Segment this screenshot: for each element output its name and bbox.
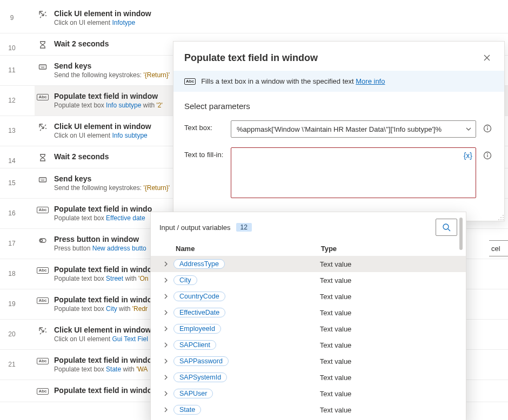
svg-point-7: [487, 153, 488, 154]
variable-row[interactable]: EmployeeId Text value: [151, 321, 466, 337]
variable-row[interactable]: State Text value: [151, 402, 466, 418]
svg-point-12: [500, 219, 502, 220]
variable-type: Text value: [320, 357, 453, 365]
step-title: Populate text field in window: [54, 91, 163, 101]
select-parameters-heading: Select parameters: [184, 101, 493, 111]
variable-row[interactable]: SAPUser Text value: [151, 385, 466, 402]
step-number: 14: [0, 146, 24, 168]
step-description: Send the following keystrokes: '{Return}…: [54, 184, 170, 193]
flow-step[interactable]: 9 Click UI element in window Click on UI…: [0, 3, 508, 33]
chevron-right-icon: [158, 294, 173, 299]
variable-type: Text value: [320, 406, 453, 414]
resize-grip-icon[interactable]: [498, 214, 504, 221]
variable-row[interactable]: EffectiveDate Text value: [151, 304, 466, 321]
step-number: 9: [0, 3, 24, 33]
variable-type: Text value: [320, 260, 453, 268]
step-description: Populate text box Info subtype with '2': [54, 101, 163, 110]
step-icon: [38, 235, 48, 245]
step-title: Click UI element in window: [54, 325, 151, 335]
variable-row[interactable]: City Text value: [151, 272, 466, 288]
info-icon[interactable]: [482, 150, 493, 161]
textbox-label: Text box:: [184, 120, 225, 132]
variable-pill[interactable]: State: [173, 405, 201, 415]
step-description: Populate text box City with 'Redr: [54, 304, 152, 314]
step-icon: Abc: [38, 387, 48, 396]
chevron-right-icon: [158, 277, 173, 283]
scrollbar[interactable]: [459, 218, 463, 250]
textbox-selector-value: %appmask['Window \'Maintain HR Master Da…: [237, 125, 442, 133]
svg-point-14: [443, 224, 449, 229]
step-title: Populate text field in windo: [54, 385, 152, 395]
variable-row[interactable]: AddressType Text value: [151, 256, 466, 272]
svg-point-11: [500, 217, 502, 218]
svg-point-13: [498, 219, 499, 220]
step-number: 20: [0, 320, 24, 349]
variable-pill[interactable]: AddressType: [173, 259, 225, 269]
step-title: Send keys: [54, 174, 170, 184]
step-icon: Abc: [38, 356, 48, 366]
chevron-down-icon: [466, 127, 471, 131]
step-number: 15: [0, 168, 24, 198]
svg-rect-0: [39, 65, 46, 69]
step-number: 18: [0, 259, 24, 289]
step-title: Click UI element in window: [54, 121, 151, 131]
more-info-link[interactable]: More info: [356, 77, 385, 85]
step-title: Wait 2 seconds: [54, 39, 109, 49]
step-number: 10: [0, 33, 24, 55]
svg-point-5: [487, 126, 488, 127]
variable-pill[interactable]: City: [173, 275, 197, 285]
step-title: Wait 2 seconds: [54, 152, 109, 161]
chevron-right-icon: [158, 375, 173, 380]
step-description: Click on UI element Infotype: [54, 18, 151, 28]
info-icon[interactable]: [482, 123, 493, 134]
step-description: Send the following keystrokes: '{Return}…: [54, 71, 170, 80]
text-fillin-input[interactable]: {x}: [231, 147, 476, 198]
step-icon: Abc: [38, 205, 48, 215]
step-icon: [38, 326, 48, 336]
chevron-right-icon: [158, 407, 173, 412]
close-button[interactable]: [480, 51, 493, 64]
variable-type: Text value: [320, 293, 453, 301]
variables-column-headers: Name Type: [151, 241, 466, 256]
chevron-right-icon: [158, 391, 173, 396]
col-type: Type: [321, 245, 453, 253]
variable-pill[interactable]: EffectiveDate: [173, 308, 225, 317]
variable-pill[interactable]: SAPSystemId: [173, 372, 227, 382]
step-number: 17: [0, 229, 24, 259]
chevron-right-icon: [158, 261, 173, 267]
step-number: 19: [0, 289, 24, 319]
cancel-button[interactable]: cel: [489, 240, 508, 256]
variable-pill[interactable]: CountryCode: [173, 292, 225, 301]
svg-rect-1: [39, 178, 46, 182]
variable-row[interactable]: SAPSystemId Text value: [151, 369, 466, 385]
variable-pill[interactable]: SAPPassword: [173, 356, 229, 366]
variable-row[interactable]: SAPClient Text value: [151, 337, 466, 353]
insert-variable-button[interactable]: {x}: [464, 151, 472, 160]
textbox-selector-dropdown[interactable]: %appmask['Window \'Maintain HR Master Da…: [231, 120, 476, 138]
col-name: Name: [176, 245, 321, 253]
step-title: Populate text field in windo: [54, 265, 152, 274]
info-bar: Abc Fills a text box in a window with th…: [173, 71, 504, 92]
variable-pill[interactable]: SAPClient: [173, 340, 216, 350]
variable-pill[interactable]: EmployeeId: [173, 324, 221, 334]
variable-type: Text value: [320, 390, 453, 398]
step-description: Populate text box Street with 'On: [54, 274, 152, 283]
svg-point-3: [41, 239, 43, 241]
step-title: Press button in window: [54, 234, 146, 244]
step-title: Send keys: [54, 61, 170, 71]
chevron-right-icon: [158, 310, 173, 315]
step-number: 12: [0, 86, 24, 116]
text-fillin-label: Text to fill-in:: [184, 147, 225, 159]
step-number: 11: [0, 56, 24, 85]
svg-point-8: [503, 215, 504, 216]
variable-row[interactable]: SAPPassword Text value: [151, 353, 466, 369]
chevron-right-icon: [158, 342, 173, 348]
variable-row[interactable]: CountryCode Text value: [151, 288, 466, 304]
variable-pill[interactable]: SAPUser: [173, 389, 213, 398]
variables-header-label: Input / output variables: [159, 223, 231, 232]
chevron-right-icon: [158, 326, 173, 331]
step-icon: Abc: [38, 266, 48, 275]
step-icon: [38, 10, 48, 19]
search-icon: [442, 223, 451, 232]
search-button[interactable]: [436, 219, 457, 236]
